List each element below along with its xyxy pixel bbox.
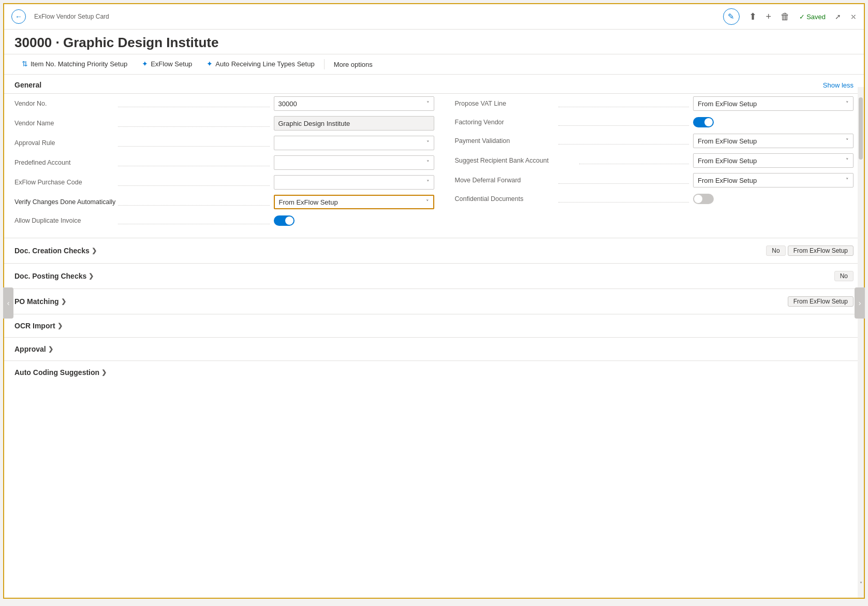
doc-creation-checks-badges: No From ExFlow Setup <box>766 246 854 256</box>
vendor-no-label: Vendor No. <box>14 100 118 107</box>
field-propose-vat-line: Propose VAT Line From ExFlow Setup ˅ <box>455 94 854 113</box>
general-fields: Vendor No. 30000 ˅ Vendor Name <box>4 94 864 229</box>
field-suggest-recipient: Suggest Recipient Bank Account From ExFl… <box>455 151 854 170</box>
predefined-account-control: ˅ <box>274 155 434 170</box>
po-matching-badges: From ExFlow Setup <box>788 296 854 307</box>
predefined-account-chevron: ˅ <box>426 160 430 166</box>
verify-changes-chevron: ˅ <box>426 199 429 206</box>
auto-coding-section: Auto Coding Suggestion ❯ <box>4 360 864 384</box>
propose-vat-chevron: ˅ <box>846 100 849 107</box>
left-nav-arrow[interactable]: ‹ <box>3 287 13 319</box>
left-column: Vendor No. 30000 ˅ Vendor Name <box>14 94 434 229</box>
doc-posting-checks-chevron: ❯ <box>89 272 94 280</box>
exflow-purchase-code-control: ˅ <box>274 175 434 190</box>
suggest-recipient-chevron: ˅ <box>846 157 849 164</box>
payment-validation-control: From ExFlow Setup ˅ <box>693 134 854 148</box>
verify-changes-control: From ExFlow Setup ˅ <box>274 195 434 209</box>
allow-duplicate-invoice-control <box>274 215 434 226</box>
vendor-no-chevron: ˅ <box>426 100 430 107</box>
scroll-thumb <box>859 97 863 160</box>
doc-creation-checks-header[interactable]: Doc. Creation Checks ❯ No From ExFlow Se… <box>14 238 854 263</box>
tab-more-options[interactable]: More options <box>327 55 380 74</box>
doc-posting-checks-header[interactable]: Doc. Posting Checks ❯ No <box>14 264 854 288</box>
back-button[interactable]: ← <box>11 9 26 24</box>
predefined-account-select[interactable]: ˅ <box>274 155 434 170</box>
show-less-button[interactable]: Show less <box>823 81 854 89</box>
verify-changes-select[interactable]: From ExFlow Setup ˅ <box>274 195 434 209</box>
exflow-purchase-code-chevron: ˅ <box>426 179 430 186</box>
propose-vat-line-control: From ExFlow Setup ˅ <box>693 96 854 111</box>
confidential-documents-toggle[interactable] <box>693 194 714 204</box>
ocr-import-title: OCR Import ❯ <box>14 322 63 330</box>
payment-validation-chevron: ˅ <box>846 138 849 145</box>
tab-exflow-setup[interactable]: ✦ ExFlow Setup <box>135 54 199 74</box>
collapse-icon: ⤬ <box>850 12 857 21</box>
field-exflow-purchase-code: ExFlow Purchase Code ˅ <box>14 172 434 192</box>
auto-coding-chevron: ❯ <box>101 369 107 376</box>
delete-icon: 🗑 <box>781 11 790 22</box>
edit-button[interactable]: ✎ <box>723 8 740 25</box>
breadcrumb: ExFlow Vendor Setup Card <box>34 13 715 20</box>
factoring-vendor-toggle[interactable] <box>693 117 714 127</box>
propose-vat-line-select[interactable]: From ExFlow Setup ˅ <box>693 96 854 111</box>
ocr-import-header[interactable]: OCR Import ❯ <box>14 314 854 337</box>
item-matching-icon: ⇅ <box>22 60 28 68</box>
move-deferral-select[interactable]: From ExFlow Setup ˅ <box>693 173 854 187</box>
field-predefined-account: Predefined Account ˅ <box>14 153 434 172</box>
general-section-title: General <box>14 81 41 89</box>
expand-button[interactable]: ➚ <box>835 12 841 21</box>
vendor-no-select[interactable]: 30000 ˅ <box>274 96 434 111</box>
approval-rule-control: ˅ <box>274 136 434 150</box>
scrollbar[interactable]: ˅ <box>858 87 864 598</box>
po-matching-title: PO Matching ❯ <box>14 297 66 306</box>
po-matching-header[interactable]: PO Matching ❯ From ExFlow Setup <box>14 289 854 314</box>
field-allow-duplicate-invoice: Allow Duplicate Invoice <box>14 212 434 229</box>
share-button[interactable]: ⬆ <box>749 11 757 22</box>
field-verify-changes: Verify Changes Done Automatically From E… <box>14 192 434 212</box>
approval-header[interactable]: Approval ❯ <box>14 338 854 360</box>
add-icon: + <box>766 11 772 22</box>
doc-creation-checks-title: Doc. Creation Checks ❯ <box>14 247 97 255</box>
toolbar: ✎ ⬆ + 🗑 ✓ Saved ➚ ⤬ <box>723 8 857 25</box>
field-approval-rule: Approval Rule ˅ <box>14 133 434 153</box>
doc-creation-checks-section: Doc. Creation Checks ❯ No From ExFlow Se… <box>4 238 864 263</box>
approval-chevron: ❯ <box>48 345 53 353</box>
confidential-toggle-knob <box>694 195 702 203</box>
exflow-purchase-code-select[interactable]: ˅ <box>274 175 434 190</box>
add-button[interactable]: + <box>766 11 772 22</box>
po-matching-chevron: ❯ <box>61 298 66 305</box>
doc-creation-checks-chevron: ❯ <box>92 247 97 254</box>
general-section-header: General Show less <box>4 75 864 93</box>
saved-status: ✓ Saved <box>799 13 826 21</box>
toggle-knob <box>285 217 293 225</box>
field-confidential-documents: Confidential Documents <box>455 190 854 208</box>
tab-auto-receiving[interactable]: ✦ Auto Receiving Line Types Setup <box>199 54 321 74</box>
field-vendor-no: Vendor No. 30000 ˅ <box>14 94 434 113</box>
badge-from-exflow-2: From ExFlow Setup <box>788 296 854 307</box>
tab-item-matching[interactable]: ⇅ Item No. Matching Priority Setup <box>14 54 135 74</box>
exflow-setup-icon: ✦ <box>142 60 148 68</box>
payment-validation-select[interactable]: From ExFlow Setup ˅ <box>693 134 854 148</box>
approval-rule-label: Approval Rule <box>14 139 118 147</box>
allow-duplicate-invoice-toggle[interactable] <box>274 215 295 226</box>
right-nav-arrow[interactable]: › <box>855 287 865 319</box>
exflow-purchase-code-label: ExFlow Purchase Code <box>14 179 118 186</box>
move-deferral-control: From ExFlow Setup ˅ <box>693 173 854 187</box>
page-title: 30000 · Graphic Design Institute <box>4 30 864 54</box>
approval-rule-select[interactable]: ˅ <box>274 136 434 150</box>
auto-coding-header[interactable]: Auto Coding Suggestion ❯ <box>14 361 854 384</box>
doc-posting-checks-section: Doc. Posting Checks ❯ No <box>4 263 864 288</box>
vendor-name-input[interactable] <box>274 116 434 131</box>
suggest-recipient-control: From ExFlow Setup ˅ <box>693 153 854 168</box>
field-factoring-vendor: Factoring Vendor <box>455 113 854 131</box>
suggest-recipient-select[interactable]: From ExFlow Setup ˅ <box>693 153 854 168</box>
confidential-documents-label: Confidential Documents <box>455 195 558 203</box>
delete-button[interactable]: 🗑 <box>781 11 790 22</box>
po-matching-section: PO Matching ❯ From ExFlow Setup <box>4 288 864 314</box>
factoring-vendor-control <box>693 117 854 127</box>
allow-duplicate-invoice-label: Allow Duplicate Invoice <box>14 217 118 224</box>
right-column: Propose VAT Line From ExFlow Setup ˅ Fac… <box>434 94 854 229</box>
approval-section: Approval ❯ <box>4 337 864 360</box>
collapse-button[interactable]: ⤬ <box>850 12 857 21</box>
expand-icon: ➚ <box>835 12 841 21</box>
